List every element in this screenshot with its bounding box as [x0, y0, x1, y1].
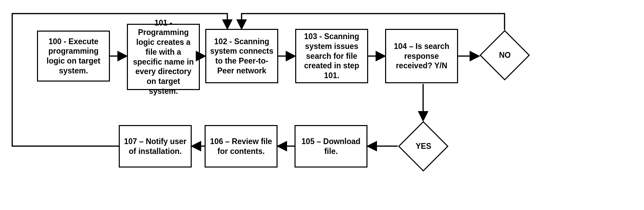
step-100-label: 100 - Execute programming logic on targe… — [41, 37, 106, 76]
flowchart-canvas: 100 - Execute programming logic on targe… — [0, 0, 644, 210]
step-101-label: 101 - Programming logic creates a file w… — [131, 18, 195, 96]
step-102: 102 - Scanning system connects to the Pe… — [205, 29, 278, 83]
step-102-label: 102 - Scanning system connects to the Pe… — [210, 37, 274, 76]
decision-yes — [398, 121, 448, 171]
step-100: 100 - Execute programming logic on targe… — [37, 31, 110, 82]
step-104-label: 104 – Is search response received? Y/N — [390, 41, 454, 71]
step-106-label: 106 – Review file for contents. — [209, 137, 273, 156]
step-105-label: 105 – Download file. — [299, 137, 363, 156]
decision-no — [479, 30, 530, 80]
step-106: 106 – Review file for contents. — [205, 125, 278, 168]
step-107: 107 – Notify user of installation. — [119, 125, 192, 168]
step-107-label: 107 – Notify user of installation. — [123, 137, 187, 156]
step-101: 101 - Programming logic creates a file w… — [127, 24, 200, 90]
step-103: 103 - Scanning system issues search for … — [295, 29, 368, 83]
step-103-label: 103 - Scanning system issues search for … — [300, 32, 364, 81]
step-104: 104 – Is search response received? Y/N — [385, 29, 458, 83]
step-105: 105 – Download file. — [295, 125, 367, 168]
